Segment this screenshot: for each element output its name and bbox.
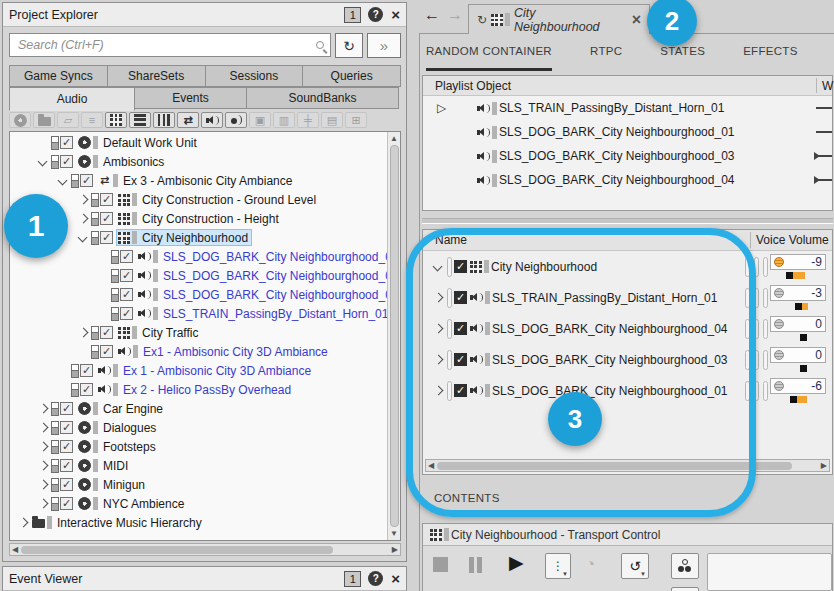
tree-item[interactable]: NYC Ambience — [10, 494, 387, 513]
contents-row[interactable]: City Neighbourhood-9 — [423, 251, 832, 282]
expander-icon[interactable] — [36, 456, 50, 475]
tree-item-main[interactable]: Minigun — [76, 476, 149, 493]
tree-item-main[interactable]: City Neighbourhood — [116, 229, 252, 246]
tree-item-main[interactable]: Ambisonics — [76, 153, 168, 170]
tree-item-main[interactable]: Ex 1 - Ambisonic City 3D Ambiance — [96, 362, 315, 379]
expander-icon[interactable] — [76, 323, 90, 342]
scrollbar-thumb[interactable] — [437, 462, 792, 470]
slider-handle[interactable] — [800, 334, 807, 341]
tree-item[interactable]: Ex 1 - Ambisonic City 3D Ambiance — [10, 361, 387, 380]
display-toggle-icon[interactable] — [50, 459, 58, 472]
tab-close-icon[interactable]: × — [632, 11, 641, 29]
close-icon[interactable]: × — [391, 571, 400, 586]
tree-item[interactable]: Ex1 - Ambisonic City 3D Ambiance — [10, 342, 387, 361]
game-syncs-button[interactable] — [671, 553, 699, 579]
tree-item-main[interactable]: Interactive Music Hierarchy — [30, 514, 206, 531]
tree-item-main[interactable]: Default Work Unit — [76, 134, 201, 151]
scrollbar-thumb[interactable] — [390, 145, 399, 527]
checkbox[interactable] — [454, 291, 467, 304]
checkbox[interactable] — [100, 231, 113, 244]
scroll-down-icon[interactable]: ▼ — [390, 529, 398, 538]
search-input[interactable] — [16, 37, 316, 53]
checkbox[interactable] — [80, 364, 93, 377]
secondary-button[interactable] — [671, 587, 699, 591]
display-toggle-icon[interactable] — [50, 440, 58, 453]
display-toggle-icon[interactable] — [110, 250, 118, 263]
display-toggle-icon[interactable] — [50, 155, 58, 168]
expander-icon[interactable] — [76, 209, 90, 228]
voice-volume-box[interactable]: 0 — [770, 347, 826, 363]
toolbar-switch-container-button[interactable] — [153, 112, 175, 128]
checkbox[interactable] — [60, 459, 73, 472]
tree-vertical-scrollbar[interactable]: ▲ ▼ — [387, 132, 400, 540]
contents-row[interactable]: SLS_TRAIN_PassingBy_Distant_Horn_01-3 — [423, 282, 832, 313]
expander-icon[interactable] — [76, 228, 90, 247]
expander-icon[interactable] — [36, 475, 50, 494]
tree-item[interactable]: City Traffic — [10, 323, 387, 342]
expander-icon[interactable] — [431, 319, 445, 338]
slider-handle[interactable] — [786, 272, 793, 279]
checkbox[interactable] — [60, 155, 73, 168]
voice-volume-slider[interactable] — [770, 303, 818, 310]
expander-icon[interactable] — [36, 437, 50, 456]
tab-events[interactable]: Events — [134, 87, 247, 109]
checkbox[interactable] — [454, 384, 467, 397]
editor-tab-random-container[interactable]: RANDOM CONTAINER — [426, 41, 552, 71]
checkbox[interactable] — [454, 322, 467, 335]
tree-item-main[interactable]: City Construction - Height — [116, 210, 283, 227]
tab-sharesets[interactable]: ShareSets — [107, 65, 206, 87]
playback-options-button[interactable]: ⋮ ▼ — [545, 553, 571, 579]
voice-volume-slider[interactable] — [770, 396, 818, 403]
tab-contents[interactable]: CONTENTS — [434, 492, 500, 512]
tree-item[interactable]: Interactive Music Hierarchy — [10, 513, 387, 532]
expander-icon[interactable] — [36, 418, 50, 437]
checkbox[interactable] — [454, 260, 467, 273]
expander-icon[interactable] — [36, 399, 50, 418]
checkbox[interactable] — [454, 353, 467, 366]
tree-item-main[interactable]: SLS_DOG_BARK_City Neighbourghood_01 — [136, 248, 387, 265]
expander-icon[interactable] — [431, 381, 445, 400]
editor-tab-rtpc[interactable]: RTPC — [590, 41, 622, 71]
display-toggle-icon[interactable] — [50, 136, 58, 149]
checkbox[interactable] — [100, 193, 113, 206]
help-icon[interactable]: ? — [368, 571, 383, 586]
tab-audio[interactable]: Audio — [9, 87, 135, 111]
tab-sessions[interactable]: Sessions — [205, 65, 304, 87]
display-toggle-icon[interactable] — [50, 478, 58, 491]
expander-icon[interactable] — [431, 350, 445, 369]
slider-handle[interactable] — [795, 303, 802, 310]
play-button[interactable]: ▶ — [509, 551, 524, 574]
display-toggle-icon[interactable] — [110, 288, 118, 301]
contents-row[interactable]: SLS_DOG_BARK_City Neighbourghood_040 — [423, 313, 832, 344]
checkbox[interactable] — [100, 326, 113, 339]
voice-volume-box[interactable]: -9 — [770, 254, 826, 270]
slider-handle[interactable] — [800, 365, 807, 372]
expander-icon[interactable] — [36, 152, 50, 171]
scroll-right-icon[interactable]: ▶ — [821, 461, 827, 470]
tree-item-main[interactable]: SLS_TRAIN_PassingBy_Distant_Horn_01 — [136, 305, 387, 322]
reset-button[interactable]: ↺ ▼ — [621, 553, 649, 579]
checkbox[interactable] — [60, 136, 73, 149]
toolbar-sound-voice-button[interactable] — [225, 112, 247, 128]
tree-item[interactable]: Minigun — [10, 475, 387, 494]
display-toggle-icon[interactable] — [110, 269, 118, 282]
help-icon[interactable]: ? — [368, 7, 383, 22]
tree-item[interactable]: SLS_DOG_BARK_City Neighbourghood_03 — [10, 266, 387, 285]
display-toggle-icon[interactable] — [90, 231, 98, 244]
checkbox[interactable] — [120, 269, 133, 282]
display-toggle-icon[interactable] — [90, 193, 98, 206]
tree-item-main[interactable]: City Traffic — [116, 324, 202, 341]
tree-item[interactable]: City Construction - Ground Level — [10, 190, 387, 209]
tab-game-syncs[interactable]: Game Syncs — [9, 65, 108, 87]
stop-button[interactable] — [433, 557, 448, 572]
voice-volume-box[interactable]: -3 — [770, 285, 826, 301]
checkbox[interactable] — [100, 345, 113, 358]
voice-volume-box[interactable]: 0 — [770, 316, 826, 332]
refresh-button[interactable]: ↻ — [335, 33, 363, 58]
tree-item-main[interactable]: City Construction - Ground Level — [116, 191, 320, 208]
checkbox[interactable] — [120, 307, 133, 320]
checkbox[interactable] — [100, 212, 113, 225]
checkbox[interactable] — [60, 402, 73, 415]
slider-handle[interactable] — [790, 396, 797, 403]
contents-row[interactable]: SLS_DOG_BARK_City Neighbourghood_030 — [423, 344, 832, 375]
